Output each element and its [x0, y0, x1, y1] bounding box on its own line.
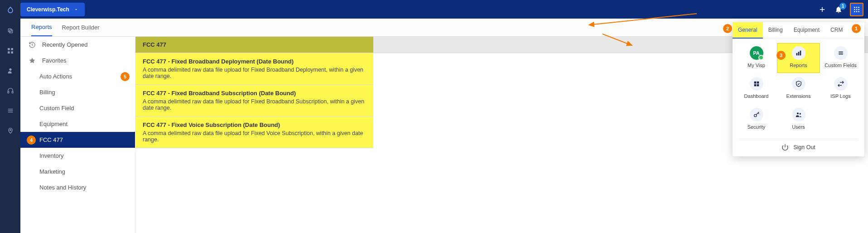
- popover-app-label: Security: [747, 124, 766, 130]
- svg-rect-5: [11, 51, 13, 53]
- users-icon: [792, 108, 805, 121]
- sidebar-item-custom-field[interactable]: Custom Field: [20, 100, 135, 116]
- tenant-name: Cleverwisp.Tech: [27, 6, 69, 13]
- popover-app-label: Custom Fields: [825, 63, 856, 68]
- popover-app-isp-logs[interactable]: ISP Logs: [820, 74, 862, 103]
- popover-tab-billing[interactable]: Billing: [763, 22, 788, 39]
- svg-point-6: [9, 68, 11, 71]
- report-desc: A comma delimited raw data file upload f…: [143, 130, 366, 143]
- sidebar-item-marketing[interactable]: Marketing: [20, 164, 135, 180]
- sidebar-item-inventory[interactable]: Inventory: [20, 148, 135, 164]
- sidebar-item-label: Notes and History: [39, 184, 86, 191]
- annotation-badge-2: 2: [723, 24, 732, 33]
- annotation-badge-5: 5: [121, 72, 130, 81]
- sidebar-item-label: Equipment: [39, 121, 68, 127]
- report-row[interactable]: FCC 477 - Fixed Voice Subscription (Date…: [135, 116, 373, 148]
- popover-divider: [739, 139, 858, 139]
- popover-app-label: Users: [792, 124, 805, 130]
- svg-point-12: [10, 129, 11, 131]
- svg-rect-7: [8, 91, 9, 93]
- report-title: FCC 477 - Fixed Broadband Subscription (…: [143, 90, 366, 97]
- svg-rect-4: [8, 51, 10, 53]
- report-group-header: FCC 477: [135, 37, 373, 53]
- sidebar-item-notes-history[interactable]: Notes and History: [20, 180, 135, 195]
- sidebar-item-recently-opened[interactable]: Recently Opened: [20, 37, 135, 53]
- popover-app-label: Reports: [790, 63, 807, 68]
- bell-badge: 1: [839, 3, 846, 10]
- sidebar-item-fcc-477[interactable]: 4 FCC 477: [20, 132, 135, 148]
- svg-point-39: [797, 112, 799, 114]
- caret-down-icon: [74, 7, 78, 12]
- rail-item-user-icon[interactable]: [6, 66, 15, 75]
- report-desc: A comma delimited raw data file upload f…: [143, 98, 366, 111]
- svg-point-21: [854, 11, 855, 12]
- add-icon[interactable]: [817, 5, 827, 15]
- svg-rect-25: [798, 52, 799, 55]
- sidebar-item-auto-actions[interactable]: Auto Actions 5: [20, 68, 135, 84]
- report-title: FCC 477 - Fixed Broadband Deployment (Da…: [143, 58, 366, 65]
- app-header: Cleverwisp.Tech 1: [20, 0, 868, 19]
- popover-app-security[interactable]: Security: [735, 105, 777, 134]
- svg-rect-26: [800, 51, 801, 56]
- star-icon: [29, 57, 36, 64]
- bar-chart-icon: [792, 46, 805, 60]
- report-row[interactable]: FCC 477 - Fixed Broadband Deployment (Da…: [135, 53, 373, 85]
- popover-app-label: Extensions: [786, 93, 811, 99]
- annotation-badge-3: 3: [776, 51, 786, 60]
- header-actions: 1: [817, 3, 863, 16]
- svg-rect-32: [754, 84, 756, 87]
- popover-app-dashboard[interactable]: Dashboard: [735, 74, 777, 103]
- popover-app-label: My Visp: [747, 63, 765, 68]
- svg-point-18: [854, 9, 855, 10]
- popover-app-extensions[interactable]: Extensions: [777, 74, 820, 103]
- popover-grid: PA My Visp Reports Custom Fields Dashboa…: [733, 39, 864, 137]
- tab-report-builder[interactable]: Report Builder: [62, 19, 100, 36]
- sidebar-item-label: Billing: [39, 89, 55, 96]
- tab-reports[interactable]: Reports: [31, 19, 52, 36]
- svg-rect-30: [754, 82, 756, 84]
- apps-launcher-button[interactable]: [850, 3, 863, 16]
- popover-app-my-visp[interactable]: PA My Visp: [735, 44, 777, 73]
- svg-point-40: [799, 113, 800, 114]
- popover-tab-equipment[interactable]: Equipment: [788, 22, 825, 39]
- rail-item-copy-icon[interactable]: [6, 26, 15, 35]
- popover-tab-general[interactable]: General: [733, 22, 763, 39]
- sidebar-item-billing[interactable]: Billing: [20, 84, 135, 100]
- sidebar-item-label: Custom Field: [39, 105, 74, 112]
- lines-icon: [834, 46, 848, 60]
- sidebar-item-label: Marketing: [39, 168, 65, 175]
- signout-button[interactable]: Sign Out: [733, 144, 864, 151]
- sidebar-item-equipment[interactable]: Equipment: [20, 116, 135, 132]
- popover-tab-crm[interactable]: CRM: [825, 22, 848, 39]
- sidebar-item-favorites[interactable]: Favorites: [20, 53, 135, 68]
- report-group-title: FCC 477: [143, 41, 166, 48]
- report-desc: A comma delimited raw data file upload f…: [143, 67, 366, 79]
- svg-rect-24: [796, 53, 797, 55]
- svg-point-36: [754, 114, 756, 116]
- svg-rect-33: [757, 84, 759, 87]
- bell-icon[interactable]: 1: [834, 5, 844, 15]
- report-title: FCC 477 - Fixed Voice Subscription (Date…: [143, 121, 366, 128]
- apps-popover: General Billing Equipment CRM PA My Visp…: [733, 22, 864, 156]
- rail-item-headset-icon[interactable]: [6, 86, 15, 95]
- key-icon: [750, 108, 763, 121]
- popover-app-users[interactable]: Users: [777, 105, 820, 134]
- rail-item-pin-icon[interactable]: [6, 126, 15, 135]
- sidebar-item-label: Recently Opened: [42, 41, 87, 48]
- report-row[interactable]: FCC 477 - Fixed Broadband Subscription (…: [135, 85, 373, 116]
- reports-sidebar: Recently Opened Favorites Auto Actions 5…: [20, 37, 135, 233]
- svg-point-23: [858, 11, 859, 12]
- popover-app-custom-fields[interactable]: Custom Fields: [820, 44, 862, 73]
- sidebar-item-label: Auto Actions: [39, 73, 72, 80]
- svg-rect-3: [11, 48, 13, 50]
- signout-label: Sign Out: [793, 144, 815, 150]
- svg-rect-8: [12, 91, 13, 93]
- svg-point-19: [856, 9, 858, 10]
- rail-item-dashboard-icon[interactable]: [6, 46, 15, 55]
- rail-item-list-icon[interactable]: [6, 106, 15, 115]
- history-icon: [29, 41, 36, 49]
- tenant-selector[interactable]: Cleverwisp.Tech: [20, 3, 85, 16]
- svg-point-16: [856, 7, 858, 8]
- svg-rect-2: [8, 48, 10, 50]
- left-rail: [0, 0, 20, 233]
